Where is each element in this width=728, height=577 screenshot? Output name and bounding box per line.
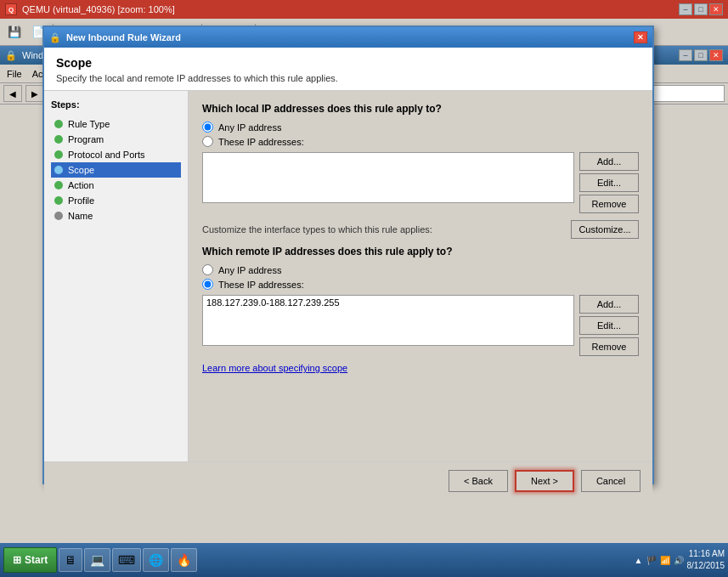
remote-ip-radio-group: Any IP address These IP addresses: — [202, 264, 639, 290]
local-section-title: Which local IP addresses does this rule … — [202, 103, 639, 115]
remote-ip-buttons: Add... Edit... Remove — [579, 295, 639, 356]
toolbar-save[interactable]: 💾 — [3, 22, 25, 42]
remote-ip-textarea[interactable] — [202, 295, 574, 346]
start-button[interactable]: ⊞ Start — [3, 547, 57, 573]
step-scope[interactable]: Scope — [51, 162, 181, 178]
remote-these-ip-radio[interactable] — [202, 279, 213, 290]
local-these-ip-radio[interactable] — [202, 136, 213, 147]
remote-these-ip-label: These IP addresses: — [218, 280, 304, 290]
bg-minimize-btn[interactable]: – — [679, 49, 692, 61]
clock-date: 8/12/2015 — [687, 560, 725, 572]
wizard-header: Scope Specify the local and remote IP ad… — [44, 48, 652, 91]
step-dot-action — [54, 181, 63, 190]
close-button[interactable]: ✕ — [709, 3, 723, 15]
step-action[interactable]: Action — [51, 178, 181, 193]
remote-remove-button[interactable]: Remove — [579, 337, 639, 356]
step-label-action: Action — [68, 180, 94, 190]
local-these-ip-row: These IP addresses: — [202, 136, 639, 147]
local-ip-textarea[interactable] — [202, 152, 574, 203]
local-any-ip-row: Any IP address — [202, 122, 639, 133]
maximize-button[interactable]: □ — [694, 3, 708, 15]
bg-maximize-btn[interactable]: □ — [694, 49, 708, 61]
taskbar-app-4[interactable]: 🌐 — [143, 548, 169, 572]
taskbar-app-5[interactable]: 🔥 — [171, 548, 197, 572]
local-ip-box-container: Add... Edit... Remove — [202, 152, 639, 213]
wizard-title: New Inbound Rule Wizard — [66, 32, 181, 42]
step-label-scope: Scope — [68, 165, 94, 175]
local-edit-button[interactable]: Edit... — [579, 173, 639, 192]
customize-row: Customize the interface types to which t… — [202, 220, 639, 239]
step-dot-profile — [54, 196, 63, 205]
step-dot-rule-type — [54, 120, 63, 128]
step-profile[interactable]: Profile — [51, 193, 181, 208]
step-program[interactable]: Program — [51, 132, 181, 147]
remote-add-button[interactable]: Add... — [579, 295, 639, 314]
remote-section-title: Which remote IP addresses does this rule… — [202, 246, 639, 257]
cancel-button[interactable]: Cancel — [581, 470, 641, 492]
steps-label: Steps: — [51, 99, 181, 110]
remote-any-ip-row: Any IP address — [202, 264, 639, 275]
remote-any-ip-radio[interactable] — [202, 264, 213, 275]
step-dot-name — [54, 212, 63, 220]
taskbar-app-2[interactable]: 💻 — [84, 548, 110, 572]
taskbar-app-1[interactable]: 🖥 — [59, 548, 82, 572]
wizard-close-button[interactable]: ✕ — [634, 31, 647, 43]
taskbar-network-icon: 📶 — [660, 556, 670, 565]
window-controls: – □ ✕ — [679, 3, 723, 15]
back-button[interactable]: < Back — [449, 470, 508, 492]
step-rule-type[interactable]: Rule Type — [51, 116, 181, 132]
local-these-ip-label: These IP addresses: — [218, 137, 304, 147]
local-add-button[interactable]: Add... — [579, 152, 639, 171]
step-label-name: Name — [68, 211, 93, 221]
local-remove-button[interactable]: Remove — [579, 195, 639, 213]
local-any-ip-radio[interactable] — [202, 122, 213, 133]
start-label: Start — [25, 554, 48, 566]
step-label-profile: Profile — [68, 195, 94, 206]
taskbar-arrow-icon: ▲ — [635, 556, 643, 565]
menu-file[interactable]: File — [7, 69, 22, 79]
taskbar-speaker-icon: 🔊 — [674, 556, 684, 565]
step-label-rule-type: Rule Type — [68, 119, 110, 129]
local-any-ip-label: Any IP address — [218, 122, 281, 133]
taskbar: ⊞ Start 🖥 💻 ⌨ 🌐 🔥 ▲ 🏴 📶 🔊 11:16 AM 8/12/… — [0, 543, 728, 577]
remote-ip-box-container: Add... Edit... Remove — [202, 295, 639, 356]
app-icon: Q — [5, 3, 17, 15]
step-name[interactable]: Name — [51, 208, 181, 223]
learn-more-link[interactable]: Learn more about specifying scope — [202, 363, 639, 373]
wizard-dialog: 🔒 New Inbound Rule Wizard ✕ Scope Specif… — [42, 25, 654, 484]
step-protocol-ports[interactable]: Protocol and Ports — [51, 147, 181, 162]
step-label-protocol: Protocol and Ports — [68, 150, 145, 160]
customize-button[interactable]: Customize... — [571, 220, 639, 239]
wizard-header-title: Scope — [56, 56, 641, 70]
remote-any-ip-label: Any IP address — [218, 265, 281, 275]
nav-back[interactable]: ◀ — [3, 85, 22, 102]
taskbar-flag-icon: 🏴 — [646, 556, 657, 565]
bg-close-btn[interactable]: ✕ — [709, 49, 723, 61]
step-dot-program — [54, 135, 63, 144]
step-label-program: Program — [68, 134, 104, 144]
minimize-button[interactable]: – — [679, 3, 692, 15]
wizard-footer: < Back Next > Cancel — [44, 461, 652, 499]
wizard-titlebar: 🔒 New Inbound Rule Wizard ✕ — [44, 27, 652, 48]
taskbar-right: ▲ 🏴 📶 🔊 11:16 AM 8/12/2015 — [635, 548, 725, 572]
customize-label: Customize the interface types to which t… — [202, 224, 432, 235]
wizard-body: Steps: Rule Type Program Protocol and Po… — [44, 91, 652, 461]
remote-these-ip-row: These IP addresses: — [202, 279, 639, 290]
next-button[interactable]: Next > — [515, 470, 574, 492]
step-dot-scope — [54, 166, 63, 174]
title-bar: Q QEMU (virtual_40936) [zoom: 100%] – □ … — [0, 0, 728, 19]
start-icon: ⊞ — [13, 554, 21, 566]
nav-forward[interactable]: ▶ — [25, 85, 44, 102]
clock: 11:16 AM 8/12/2015 — [687, 548, 725, 572]
window-title: QEMU (virtual_40936) [zoom: 100%] — [22, 4, 175, 14]
step-dot-protocol — [54, 150, 63, 159]
wizard-header-desc: Specify the local and remote IP addresse… — [56, 73, 641, 83]
wizard-steps-panel: Steps: Rule Type Program Protocol and Po… — [44, 91, 189, 461]
local-ip-buttons: Add... Edit... Remove — [579, 152, 639, 213]
local-ip-radio-group: Any IP address These IP addresses: — [202, 122, 639, 147]
taskbar-app-3[interactable]: ⌨ — [112, 548, 141, 572]
clock-time: 11:16 AM — [687, 548, 725, 560]
remote-edit-button[interactable]: Edit... — [579, 316, 639, 335]
wizard-main-content: Which local IP addresses does this rule … — [189, 91, 652, 461]
